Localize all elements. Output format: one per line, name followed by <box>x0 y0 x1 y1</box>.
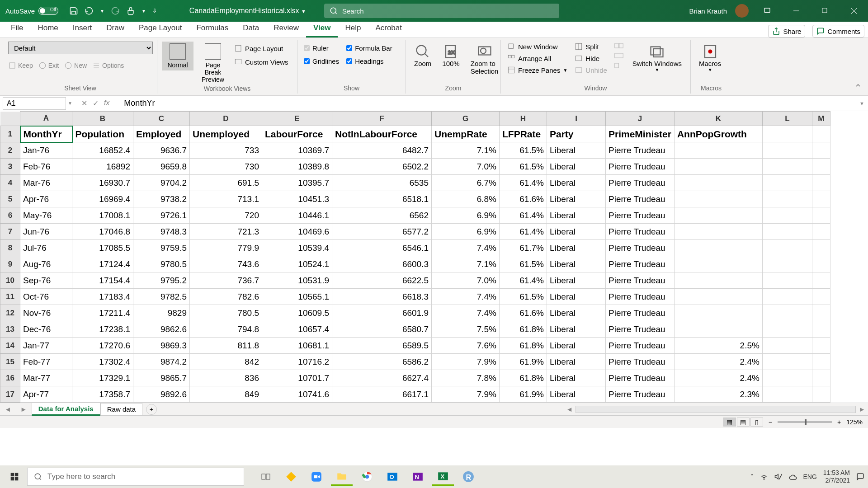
cell[interactable] <box>674 207 762 224</box>
cell[interactable]: 10716.2 <box>262 354 332 370</box>
gridlines-checkbox[interactable]: Gridlines <box>304 57 339 65</box>
freeze-panes-button[interactable]: Freeze Panes ▼ <box>505 65 569 75</box>
cell[interactable]: 9704.2 <box>133 175 190 191</box>
cell[interactable]: 9738.2 <box>133 191 190 207</box>
cell[interactable]: Liberal <box>547 191 606 207</box>
cell[interactable]: 10446.1 <box>262 207 332 224</box>
cell[interactable]: Oct-76 <box>20 289 72 305</box>
cell[interactable]: 16930.7 <box>72 175 133 191</box>
search-box[interactable] <box>324 4 559 18</box>
page-layout-button[interactable]: Page Layout <box>232 43 290 53</box>
cell[interactable]: 10524.1 <box>262 256 332 272</box>
cell[interactable] <box>812 175 830 191</box>
onenote-icon[interactable]: N <box>407 468 429 486</box>
cell[interactable]: Aug-76 <box>20 256 72 272</box>
new-window-button[interactable]: New Window <box>505 42 569 52</box>
cell[interactable]: 61.8% <box>500 338 547 354</box>
cell[interactable]: Pierre Trudeau <box>606 175 675 191</box>
column-header[interactable]: F <box>332 112 432 126</box>
sheet-view-dropdown[interactable]: Default <box>8 42 153 54</box>
cell[interactable]: 691.5 <box>190 175 262 191</box>
cell[interactable]: 9795.2 <box>133 272 190 289</box>
cell[interactable]: 9659.8 <box>133 159 190 175</box>
exit-button[interactable]: Exit <box>38 61 59 70</box>
cell[interactable] <box>762 386 812 403</box>
row-header[interactable]: 9 <box>0 256 20 272</box>
cell[interactable]: Pierre Trudeau <box>606 240 675 256</box>
cell[interactable] <box>762 142 812 159</box>
cell[interactable]: 6535 <box>332 175 432 191</box>
hide-button[interactable]: Hide <box>573 53 609 63</box>
maximize-icon[interactable] <box>815 4 835 18</box>
cell[interactable]: 7.4% <box>432 240 500 256</box>
cell[interactable] <box>812 159 830 175</box>
cell[interactable] <box>812 224 830 240</box>
cell[interactable]: Liberal <box>547 289 606 305</box>
cell[interactable] <box>674 305 762 321</box>
cell[interactable]: 10395.7 <box>262 175 332 191</box>
cell[interactable]: 6.8% <box>432 191 500 207</box>
column-header[interactable]: M <box>812 112 830 126</box>
cell[interactable]: Liberal <box>547 305 606 321</box>
keep-button[interactable]: Keep <box>8 61 33 70</box>
cell[interactable]: PrimeMinister <box>606 126 675 142</box>
cell[interactable]: 7.4% <box>432 289 500 305</box>
cell[interactable]: 9829 <box>133 305 190 321</box>
enter-formula-icon[interactable]: ✓ <box>93 99 99 108</box>
cell[interactable]: 16969.4 <box>72 191 133 207</box>
cell[interactable]: 61.5% <box>500 256 547 272</box>
zoom-in-icon[interactable]: + <box>837 418 841 426</box>
wifi-icon[interactable] <box>760 473 768 481</box>
cell[interactable]: Pierre Trudeau <box>606 142 675 159</box>
chrome-icon[interactable] <box>356 468 378 486</box>
cell[interactable]: 61.5% <box>500 289 547 305</box>
reset-position-button[interactable] <box>613 61 625 70</box>
cell[interactable]: 743.6 <box>190 256 262 272</box>
row-header[interactable]: 11 <box>0 289 20 305</box>
cell[interactable]: 17154.4 <box>72 272 133 289</box>
cell[interactable]: 10531.9 <box>262 272 332 289</box>
cell[interactable]: 17358.7 <box>72 386 133 403</box>
formula-bar-checkbox[interactable]: Formula Bar <box>346 44 392 52</box>
cell[interactable] <box>762 256 812 272</box>
cell[interactable]: Feb-76 <box>20 159 72 175</box>
cell[interactable]: 61.4% <box>500 207 547 224</box>
save-icon[interactable] <box>69 6 78 15</box>
cell[interactable] <box>762 370 812 386</box>
name-box[interactable] <box>3 97 66 110</box>
column-header[interactable]: G <box>432 112 500 126</box>
row-header[interactable]: 4 <box>0 175 20 191</box>
cell[interactable]: 10701.7 <box>262 370 332 386</box>
cell[interactable]: 6502.2 <box>332 159 432 175</box>
cell[interactable]: Jan-76 <box>20 142 72 159</box>
cell[interactable]: Pierre Trudeau <box>606 289 675 305</box>
cell[interactable]: 61.5% <box>500 142 547 159</box>
avatar[interactable] <box>735 4 749 18</box>
column-header[interactable]: K <box>674 112 762 126</box>
user-name[interactable]: Brian Krauth <box>689 7 727 15</box>
start-button[interactable] <box>4 468 25 486</box>
expand-formula-bar-icon[interactable]: ▼ <box>856 101 868 106</box>
cell[interactable]: Jul-76 <box>20 240 72 256</box>
cell[interactable] <box>812 126 830 142</box>
ribbon-tab-formulas[interactable]: Formulas <box>189 20 236 38</box>
cell[interactable] <box>674 256 762 272</box>
cell[interactable] <box>674 191 762 207</box>
cell[interactable]: Employed <box>133 126 190 142</box>
ribbon-tab-page-layout[interactable]: Page Layout <box>132 20 189 38</box>
new-button[interactable]: New <box>64 61 87 70</box>
row-header[interactable]: 6 <box>0 207 20 224</box>
cell[interactable]: 7.1% <box>432 256 500 272</box>
cell[interactable]: Population <box>72 126 133 142</box>
cell[interactable]: Liberal <box>547 142 606 159</box>
share-button[interactable]: Share <box>768 25 805 38</box>
cell[interactable]: Mar-77 <box>20 370 72 386</box>
cell[interactable]: LabourForce <box>262 126 332 142</box>
cell[interactable]: 10565.1 <box>262 289 332 305</box>
cell[interactable] <box>762 159 812 175</box>
cell[interactable]: 7.6% <box>432 338 500 354</box>
cell[interactable]: 2.3% <box>674 386 762 403</box>
cell[interactable]: 782.6 <box>190 289 262 305</box>
unhide-button[interactable]: Unhide <box>573 65 609 75</box>
cell[interactable]: Liberal <box>547 370 606 386</box>
